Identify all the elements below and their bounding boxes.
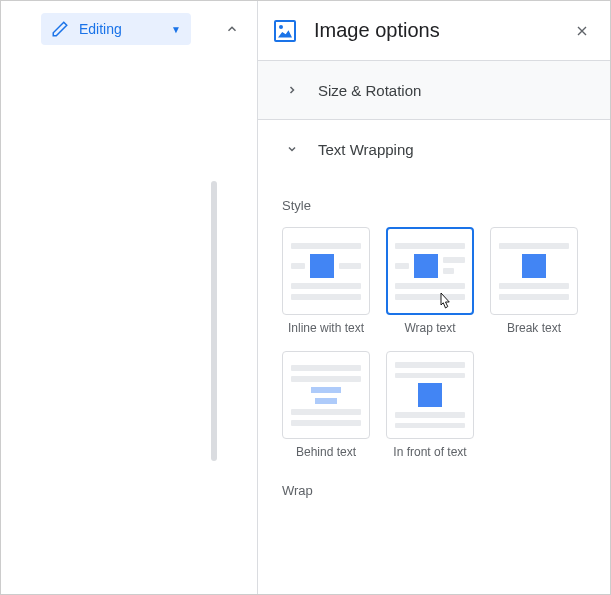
chevron-down-icon <box>282 139 302 159</box>
style-option-inline: Inline with text <box>282 227 370 335</box>
style-label: Wrap text <box>386 321 474 335</box>
image-icon <box>274 20 296 42</box>
style-label: Break text <box>490 321 578 335</box>
style-option-wrap: Wrap text <box>386 227 474 335</box>
chevron-up-icon <box>225 22 239 36</box>
section-title: Size & Rotation <box>318 82 421 99</box>
style-grid: Inline with text <box>282 227 586 459</box>
panel-header: Image options <box>258 1 610 61</box>
pencil-icon <box>51 20 69 38</box>
panel-title: Image options <box>314 19 570 42</box>
style-option-break: Break text <box>490 227 578 335</box>
image-options-panel: Image options Size & Rotation Text <box>257 1 610 594</box>
section-header-text-wrapping[interactable]: Text Wrapping <box>258 120 610 178</box>
style-tile-behind[interactable] <box>282 351 370 439</box>
style-label: Behind text <box>282 445 370 459</box>
editing-mode-button[interactable]: Editing ▼ <box>41 13 191 45</box>
style-tile-wrap[interactable] <box>386 227 474 315</box>
collapse-panel-button[interactable] <box>216 13 248 45</box>
close-button[interactable] <box>570 19 594 43</box>
chevron-right-icon <box>282 80 302 100</box>
section-text-wrapping: Text Wrapping Style <box>258 120 610 532</box>
document-area: Editing ▼ <box>1 1 256 594</box>
scrollbar[interactable] <box>211 181 217 461</box>
section-header-size-rotation[interactable]: Size & Rotation <box>258 61 610 119</box>
section-title: Text Wrapping <box>318 141 414 158</box>
section-size-rotation: Size & Rotation <box>258 61 610 120</box>
style-label: In front of text <box>386 445 474 459</box>
section-body: Style Inline with text <box>258 178 610 532</box>
style-option-front: In front of text <box>386 351 474 459</box>
style-tile-front[interactable] <box>386 351 474 439</box>
style-heading: Style <box>282 198 586 213</box>
close-icon <box>574 23 590 39</box>
style-tile-break[interactable] <box>490 227 578 315</box>
style-tile-inline[interactable] <box>282 227 370 315</box>
dropdown-arrow-icon: ▼ <box>171 24 181 35</box>
editing-mode-label: Editing <box>79 21 171 37</box>
wrap-heading: Wrap <box>282 483 586 498</box>
style-label: Inline with text <box>282 321 370 335</box>
style-option-behind: Behind text <box>282 351 370 459</box>
